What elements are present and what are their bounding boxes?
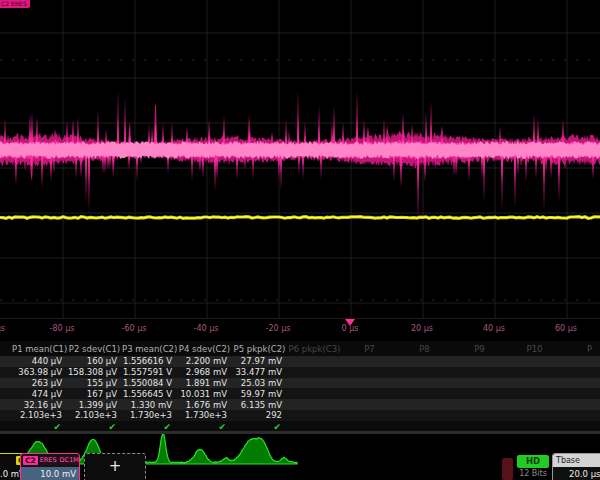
measurement-cell: 6.135 mV (232, 400, 287, 410)
measurement-column-header[interactable]: P1 mean(C1) (12, 344, 67, 354)
measurement-row: 363.98 µV158.308 µV1.557591 V2.968 mV33.… (0, 367, 600, 378)
time-axis-label: -40 µs (184, 324, 228, 333)
measurement-cell: 363.98 µV (12, 367, 67, 377)
hd-mode-badge[interactable]: HD (517, 455, 549, 468)
measurement-column-header[interactable]: P8 (397, 344, 452, 354)
c2-noise-core (0, 141, 600, 159)
measurement-cell: 1.556616 V (122, 356, 177, 366)
measurement-row: 474 µV167 µV1.556645 V10.031 mV59.97 mV (0, 388, 600, 399)
timebase-label: Tbase (553, 454, 600, 467)
measurement-header-row: P1 mean(C1)P2 sdev(C1)P3 mean(C2)P4 sdev… (0, 341, 600, 356)
measurement-cell: 440 µV (12, 356, 67, 366)
measurement-cell: 2.103e+3 (12, 410, 67, 420)
measurement-cell: 1.399 µV (67, 400, 122, 410)
c2-descriptor-box[interactable]: C2 ERES DC1M 10.0 mV (20, 453, 80, 480)
time-axis-label: 20 µs (400, 324, 444, 333)
measurement-cell: 1.550084 V (122, 378, 177, 388)
hd-bits-label: 12 Bits (512, 469, 554, 478)
measurement-column-header[interactable]: P3 mean(C2) (122, 344, 177, 354)
measurement-cell: 33.477 mV (232, 367, 287, 377)
c2-eres-badge: ERES (39, 456, 58, 465)
measurement-cell: 2.968 mV (177, 367, 232, 377)
time-axis-label: -60 µs (112, 324, 156, 333)
measurement-cell: 2.103e+3 (67, 410, 122, 420)
measurement-cell: 167 µV (67, 389, 122, 399)
measurement-column-header[interactable]: P4 sdev(C2) (177, 344, 232, 354)
time-axis-label: -80 µs (40, 324, 84, 333)
measurement-cell: 155 µV (67, 378, 122, 388)
trace-annotation-badge: C2 ERES (0, 0, 30, 8)
measurement-cell: 27.97 mV (232, 356, 287, 366)
measurement-cell: 292 (232, 410, 287, 420)
c2-noise-outer (0, 90, 600, 221)
measurement-row: 440 µV160 µV1.556616 V2.200 mV27.97 mV (0, 356, 600, 367)
c1-trace (0, 217, 600, 219)
time-axis-label: 60 µs (544, 324, 588, 333)
c2-coupling-badge: DC1M (59, 456, 80, 465)
measurement-cell: 1.676 mV (177, 400, 232, 410)
measurement-column-header[interactable]: P (562, 344, 600, 354)
measurement-cell: 263 µV (12, 378, 67, 388)
time-axis-label: 40 µs (472, 324, 516, 333)
measurement-cell: 59.97 mV (232, 389, 287, 399)
timebase-value: 20.0 µs (553, 467, 600, 480)
oscilloscope-screen: C2 ERES -100 µs-80 µs-60 µs-40 µs-20 µs0… (0, 0, 600, 480)
measurement-cell: 1.891 mV (177, 378, 232, 388)
timebase-descriptor-box[interactable]: Tbase 20.0 µs (552, 453, 600, 480)
measurement-cell: 25.03 mV (232, 378, 287, 388)
measurement-cell: 474 µV (12, 389, 67, 399)
measurement-row: 32.16 µV1.399 µV1.330 mV1.676 mV6.135 mV (0, 399, 600, 410)
c2-vdiv-value: 10.0 mV (21, 467, 79, 480)
measurement-column-header[interactable]: P10 (507, 344, 562, 354)
time-axis-label: -100 µs (0, 324, 12, 333)
measurement-cell: 1.557591 V (122, 367, 177, 377)
measurement-cell: 1.730e+3 (177, 410, 232, 420)
time-axis-label: -20 µs (256, 324, 300, 333)
measurement-cell: 1.730e+3 (122, 410, 177, 420)
c2-channel-tag: C2 (23, 456, 38, 465)
descriptor-bar: C1 DC1M 50.0 mV C2 ERES DC1M 10.0 mV + H… (0, 452, 600, 480)
measurement-column-header[interactable]: P6 pkpk(C3) (287, 344, 342, 354)
table-divider (0, 431, 600, 434)
measurement-column-header[interactable]: P2 sdev(C1) (67, 344, 122, 354)
measurement-cell: 160 µV (67, 356, 122, 366)
measurement-row: 263 µV155 µV1.550084 V1.891 mV25.03 mV (0, 378, 600, 389)
measurement-cell: 2.200 mV (177, 356, 232, 366)
measurement-cell: 32.16 µV (12, 400, 67, 410)
measurement-column-header[interactable]: P5 pkpk(C2) (232, 344, 287, 354)
measurement-column-header[interactable]: P7 (342, 344, 397, 354)
c1-trace-highlight (0, 217, 600, 219)
trigger-position-marker[interactable] (345, 319, 355, 326)
add-trace-button[interactable]: + (84, 453, 146, 480)
measurement-cell: 158.308 µV (67, 367, 122, 377)
measurement-cell: 1.330 mV (122, 400, 177, 410)
measurement-table: P1 mean(C1)P2 sdev(C1)P3 mean(C2)P4 sdev… (0, 341, 600, 433)
time-axis: -100 µs-80 µs-60 µs-40 µs-20 µs0 µs20 µs… (0, 318, 600, 341)
measurement-column-header[interactable]: P9 (452, 344, 507, 354)
measurement-cell: 1.556645 V (122, 389, 177, 399)
measurement-row: 2.103e+32.103e+31.730e+31.730e+3292 (0, 410, 600, 421)
c2-noise-mid (0, 117, 600, 189)
measurement-cell: 10.031 mV (177, 389, 232, 399)
c2-descriptor-top-row: C2 ERES DC1M (21, 454, 79, 467)
